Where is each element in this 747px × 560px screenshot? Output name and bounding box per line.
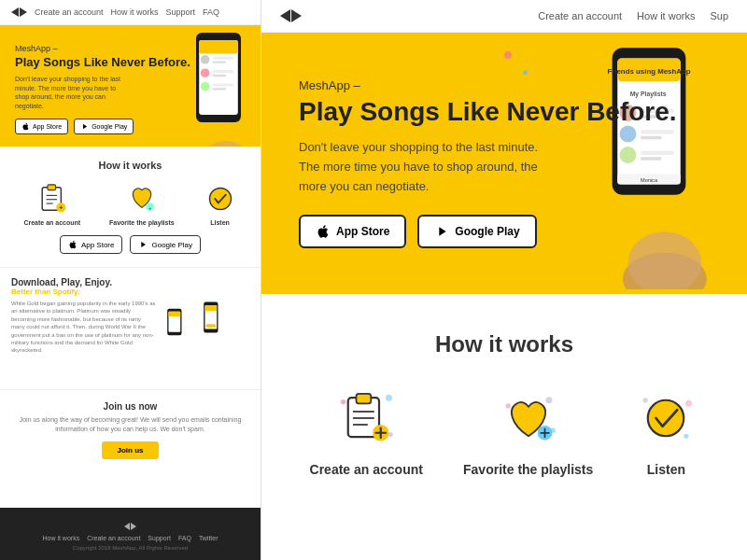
footer-link-twitter[interactable]: Twitter: [199, 535, 218, 541]
left-join-desc: Join us along the way of becoming great!…: [15, 415, 246, 434]
decor-dot-1: [504, 51, 512, 59]
left-footer-copyright: Copyright 2018 MeshApp, All Rights Reser…: [9, 545, 251, 551]
left-nav: Create an account How it works Support F…: [0, 0, 261, 25]
svg-point-60: [545, 397, 552, 403]
left-phones-img: [165, 277, 249, 380]
right-hero-desc: Don't leave your shopping to the last mi…: [299, 138, 560, 196]
left-step-1: + Create an account: [23, 182, 80, 226]
svg-point-49: [386, 395, 392, 401]
left-how-title: How it works: [9, 160, 251, 171]
right-google-play-btn[interactable]: Google Play: [417, 215, 536, 248]
left-headline: Play Songs Like Never Before.: [15, 55, 246, 71]
left-hero: MeshApp – Play Songs Like Never Before. …: [0, 25, 261, 147]
right-google-play-label: Google Play: [455, 225, 519, 238]
left-nav-how[interactable]: How it works: [111, 7, 159, 17]
left-how-it-works: How it works + Create an account: [0, 147, 261, 267]
left-app-store-label: App Store: [33, 123, 62, 130]
left-nav-support[interactable]: Support: [166, 7, 196, 17]
right-logo: [280, 9, 302, 22]
right-app-name: MeshApp –: [299, 78, 710, 92]
apple-icon: [21, 122, 30, 131]
left-download-desc: While Gold began gaining popularity in t…: [11, 300, 156, 355]
left-store-btns-row: App Store Google Play: [9, 235, 251, 254]
right-nav-sup[interactable]: Sup: [710, 10, 728, 21]
left-hero-text: MeshApp – Play Songs Like Never Before. …: [15, 44, 246, 134]
svg-text:+: +: [59, 204, 63, 211]
left-footer-logo: [124, 523, 136, 530]
apple-icon-2: [68, 240, 78, 249]
footer-link-how[interactable]: How it works: [42, 535, 79, 541]
left-step-1-label: Create an account: [23, 219, 80, 226]
right-steps-row: Create an account Favorite the playlists: [289, 385, 719, 477]
right-how-it-works: How it works: [261, 294, 747, 514]
right-app-store-label: App Store: [336, 225, 389, 238]
left-nav-faq[interactable]: FAQ: [203, 7, 219, 17]
left-google-play-btn[interactable]: Google Play: [74, 119, 134, 134]
left-app-name: MeshApp –: [15, 44, 246, 53]
left-how-google-btn[interactable]: Google Play: [130, 235, 201, 254]
svg-point-67: [684, 434, 689, 439]
svg-rect-29: [205, 324, 216, 328]
left-download-text: Download, Play, Enjoy. Better than Spoti…: [11, 277, 156, 380]
right-step-2: Favorite the playlists: [463, 385, 593, 477]
heart-icon: +: [125, 182, 159, 216]
right-app-store-btn[interactable]: App Store: [299, 215, 406, 248]
right-nav-create[interactable]: Create an account: [538, 10, 622, 21]
left-step-2-label: Favorite the playlists: [109, 219, 175, 226]
footer-link-support[interactable]: Support: [148, 535, 171, 541]
footer-link-faq[interactable]: FAQ: [178, 535, 191, 541]
svg-rect-25: [169, 312, 181, 316]
right-nav-links: Create an account How it works Sup: [538, 10, 728, 21]
left-step-3-label: Listen: [210, 219, 230, 226]
left-panel: Create an account How it works Support F…: [0, 0, 261, 560]
svg-rect-28: [205, 305, 218, 311]
left-download-section: Download, Play, Enjoy. Better than Spoti…: [0, 267, 261, 389]
play-icon-right: [434, 224, 449, 239]
right-nav: Create an account How it works Sup: [261, 0, 747, 33]
left-download-subtitle: Better than Spotify:: [11, 287, 156, 296]
left-steps-row: + Create an account + Favorite the playl…: [9, 182, 251, 226]
clipboard-icon-lg: [333, 385, 399, 451]
play-icon: [80, 122, 89, 131]
right-step-2-label: Favorite the playlists: [463, 462, 593, 477]
left-how-app-store-btn[interactable]: App Store: [60, 235, 123, 254]
right-hero-content: MeshApp – Play Songs Like Never Before. …: [299, 78, 710, 249]
svg-point-22: [209, 188, 231, 209]
left-footer: How it works Create an account Support F…: [0, 508, 261, 560]
left-download-title: Download, Play, Enjoy.: [11, 277, 156, 287]
left-join-btn[interactable]: Join us: [102, 441, 158, 459]
svg-rect-14: [48, 185, 56, 190]
check-circle-icon-lg: [633, 385, 698, 451]
left-join-section: Join us now Join us along the way of bec…: [0, 389, 261, 470]
svg-point-65: [643, 398, 648, 402]
check-circle-icon: [204, 182, 237, 216]
svg-point-68: [648, 400, 684, 437]
svg-point-66: [685, 400, 692, 407]
svg-point-59: [505, 403, 510, 408]
left-app-store-btn[interactable]: App Store: [15, 119, 68, 134]
apple-icon-right: [316, 224, 331, 239]
right-headline: Play Songs Like Never Before.: [299, 96, 710, 128]
right-how-title: How it works: [289, 331, 719, 357]
right-panel: Create an account How it works Sup MeshA…: [261, 0, 747, 560]
left-google-play-label: Google Play: [92, 123, 127, 130]
left-step-3: Listen: [204, 182, 237, 226]
left-footer-links: How it works Create an account Support F…: [9, 535, 251, 541]
svg-text:Friends using MeshApp: Friends using MeshApp: [607, 67, 690, 76]
right-nav-how[interactable]: How it works: [637, 10, 695, 21]
footer-link-create[interactable]: Create an account: [87, 535, 140, 541]
heart-icon-lg: [496, 385, 561, 451]
svg-point-48: [341, 399, 345, 404]
left-nav-create[interactable]: Create an account: [35, 7, 104, 17]
right-step-3-label: Listen: [647, 462, 685, 477]
clipboard-icon: +: [35, 182, 69, 216]
right-step-1: Create an account: [310, 385, 423, 477]
svg-rect-52: [357, 394, 372, 404]
left-logo: [11, 7, 27, 17]
right-hero-buttons: App Store Google Play: [299, 215, 710, 248]
right-hero: MeshApp – Play Songs Like Never Before. …: [261, 33, 747, 294]
svg-point-0: [204, 141, 248, 147]
play-icon-2: [138, 240, 148, 249]
right-step-1-label: Create an account: [310, 462, 423, 477]
left-how-app-store-label: App Store: [81, 241, 115, 249]
